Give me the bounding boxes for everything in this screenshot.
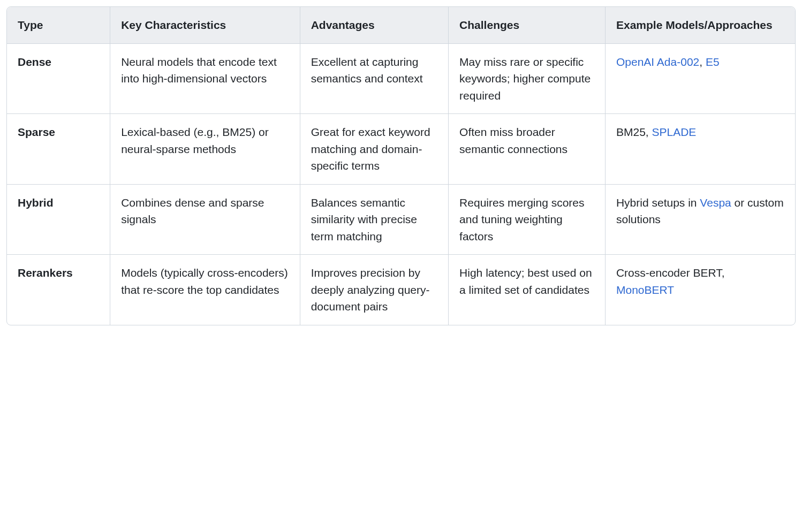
cell-advantages: Great for exact keyword matching and dom… <box>300 114 448 185</box>
text-fragment: , <box>699 56 706 68</box>
model-link[interactable]: OpenAI Ada-002 <box>616 56 699 68</box>
cell-type: Rerankers <box>7 255 110 325</box>
cell-type: Hybrid <box>7 184 110 255</box>
text-fragment: BM25, <box>616 126 652 138</box>
cell-challenges: Often miss broader semantic connections <box>449 114 606 185</box>
model-link[interactable]: E5 <box>706 56 720 68</box>
cell-key-characteristics: Lexical-based (e.g., BM25) or neural-spa… <box>110 114 300 185</box>
text-fragment: Cross-encoder BERT, <box>616 267 725 279</box>
header-key-characteristics: Key Characteristics <box>110 7 300 43</box>
cell-type: Sparse <box>7 114 110 185</box>
cell-example-models: Hybrid setups in Vespa or custom solutio… <box>605 184 795 255</box>
cell-advantages: Balances semantic similarity with precis… <box>300 184 448 255</box>
header-challenges: Challenges <box>449 7 606 43</box>
table-row: SparseLexical-based (e.g., BM25) or neur… <box>7 114 795 185</box>
comparison-table: Type Key Characteristics Advantages Chal… <box>7 7 795 325</box>
cell-key-characteristics: Combines dense and sparse signals <box>110 184 300 255</box>
model-link[interactable]: Vespa <box>700 196 731 209</box>
header-type: Type <box>7 7 110 43</box>
text-fragment: Hybrid setups in <box>616 196 700 209</box>
table-row: DenseNeural models that encode text into… <box>7 43 795 114</box>
cell-example-models: Cross-encoder BERT, MonoBERT <box>605 255 795 325</box>
cell-example-models: OpenAI Ada-002, E5 <box>605 43 795 114</box>
model-link[interactable]: SPLADE <box>652 126 696 138</box>
header-advantages: Advantages <box>300 7 448 43</box>
cell-key-characteristics: Models (typically cross-encoders) that r… <box>110 255 300 325</box>
cell-type: Dense <box>7 43 110 114</box>
comparison-table-wrapper: Type Key Characteristics Advantages Chal… <box>6 6 796 325</box>
cell-key-characteristics: Neural models that encode text into high… <box>110 43 300 114</box>
model-link[interactable]: MonoBERT <box>616 284 674 296</box>
cell-challenges: Requires merging scores and tuning weigh… <box>449 184 606 255</box>
header-example-models: Example Models/Approaches <box>605 7 795 43</box>
table-row: RerankersModels (typically cross-encoder… <box>7 255 795 325</box>
cell-challenges: May miss rare or specific keywords; high… <box>449 43 606 114</box>
cell-advantages: Improves precision by deeply analyzing q… <box>300 255 448 325</box>
table-header-row: Type Key Characteristics Advantages Chal… <box>7 7 795 43</box>
cell-challenges: High latency; best used on a limited set… <box>449 255 606 325</box>
cell-advantages: Excellent at capturing semantics and con… <box>300 43 448 114</box>
table-row: HybridCombines dense and sparse signalsB… <box>7 184 795 255</box>
cell-example-models: BM25, SPLADE <box>605 114 795 185</box>
